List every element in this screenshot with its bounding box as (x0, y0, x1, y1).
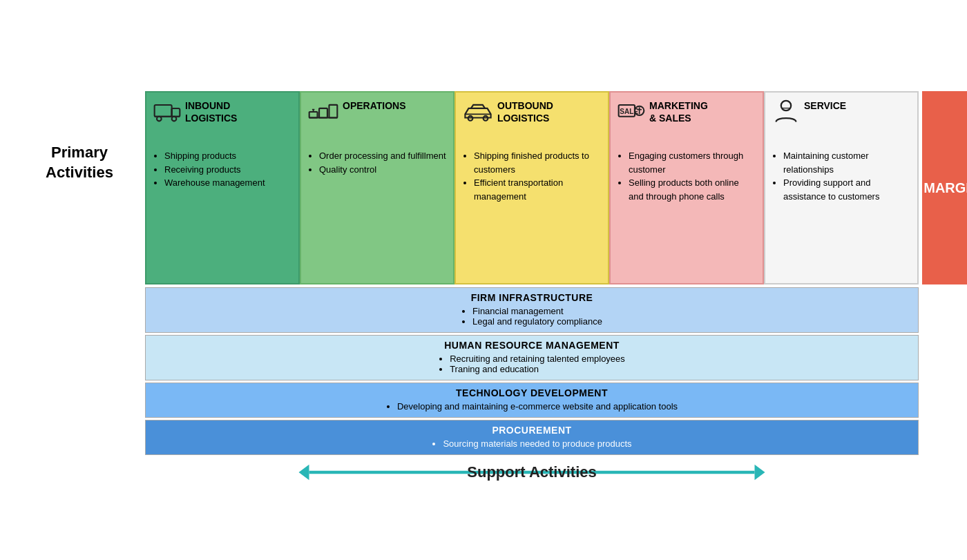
col-operations-header: OPERATIONS (308, 99, 446, 141)
margins-arrow: MARGINS 💰 (919, 91, 967, 284)
support-activities-label: Support Activities (467, 463, 596, 481)
row-hrm: HUMAN RESOURCE MANAGEMENT Recruiting and… (145, 335, 919, 380)
firm-title: FIRM INFRASTRUCTURE (146, 288, 918, 306)
primary-activities-label: Primary Activities (35, 143, 124, 182)
support-activities-section: Support Activities (145, 462, 919, 483)
col-inbound: INBOUND LOGISTICS Shipping products Rece… (145, 91, 300, 284)
list-item: Receiving products (164, 163, 291, 177)
list-item: Shipping finished products to customers (474, 149, 601, 176)
list-item: Financial management (472, 306, 602, 316)
list-item: Warehouse management (164, 176, 291, 190)
main-area: INBOUND LOGISTICS Shipping products Rece… (145, 91, 919, 483)
svg-rect-1 (172, 108, 180, 117)
col-operations-title: OPERATIONS (343, 99, 406, 112)
tech-title: TECHNOLOGY DEVELOPMENT (146, 383, 918, 401)
list-item: Recruiting and retaining talented employ… (450, 354, 625, 364)
col-marketing: SALE MARKETING & SALES Engaging customer… (609, 91, 764, 284)
svg-marker-23 (299, 465, 309, 481)
proc-title: PROCUREMENT (146, 421, 918, 438)
support-section: FIRM INFRASTRUCTURE Financial management… (145, 287, 919, 455)
person-icon (772, 99, 800, 128)
svg-rect-7 (319, 108, 327, 118)
primary-row: INBOUND LOGISTICS Shipping products Rece… (145, 91, 919, 284)
proc-body: Sourcing materials needed to produce pro… (146, 438, 918, 454)
list-item: Traning and education (450, 364, 625, 374)
primary-section: INBOUND LOGISTICS Shipping products Rece… (145, 91, 919, 284)
list-item: Order processing and fulfillment (319, 149, 446, 163)
col-service-title: SERVICE (804, 99, 846, 112)
col-marketing-body: Engaging customers through customer Sell… (617, 149, 756, 203)
list-item: Quality control (319, 163, 446, 177)
row-proc: PROCUREMENT Sourcing materials needed to… (145, 420, 919, 455)
list-item: Maintaining customer relationships (783, 149, 910, 176)
col-service: SERVICE Maintaining customer relationshi… (764, 91, 919, 284)
hrm-title: HUMAN RESOURCE MANAGEMENT (146, 336, 918, 354)
sale-icon: SALE (617, 99, 645, 128)
diagram-wrapper: Primary Activities (35, 64, 932, 496)
list-item: Efficient transportation management (474, 176, 601, 203)
row-firm: FIRM INFRASTRUCTURE Financial management… (145, 287, 919, 333)
list-item: Engaging customers through customer (629, 149, 756, 176)
col-outbound-body: Shipping finished products to customers … (463, 149, 601, 203)
col-outbound: OUTBOUND LOGISTICS Shipping finished pro… (454, 91, 609, 284)
margins-label: MARGINS 💰 (923, 179, 967, 197)
car-icon (463, 99, 493, 128)
col-operations-body: Order processing and fulfillment Quality… (308, 149, 446, 176)
col-inbound-header: INBOUND LOGISTICS (153, 99, 291, 141)
svg-rect-0 (155, 105, 172, 117)
col-service-header: SERVICE (772, 99, 910, 141)
hrm-body: Recruiting and retaining talented employ… (146, 354, 918, 380)
truck-icon (153, 99, 181, 128)
operations-icon (308, 99, 338, 128)
svg-point-20 (781, 101, 791, 110)
col-marketing-title: MARKETING & SALES (649, 99, 708, 124)
svg-rect-8 (329, 105, 337, 118)
col-outbound-title: OUTBOUND LOGISTICS (497, 99, 553, 124)
col-inbound-title: INBOUND LOGISTICS (185, 99, 237, 124)
col-marketing-header: SALE MARKETING & SALES (617, 99, 756, 141)
list-item: Sourcing materials needed to produce pro… (443, 438, 631, 449)
list-item: Selling products both online and through… (629, 176, 756, 203)
col-outbound-header: OUTBOUND LOGISTICS (463, 99, 601, 141)
tech-body: Developing and maintaining e-commerce we… (146, 401, 918, 417)
list-item: Providing support and assistance to cust… (783, 176, 910, 203)
col-service-body: Maintaining customer relationships Provi… (772, 149, 910, 203)
list-item: Shipping products (164, 149, 291, 163)
firm-body: Financial management Legal and regulator… (146, 306, 918, 332)
row-tech: TECHNOLOGY DEVELOPMENT Developing and ma… (145, 383, 919, 418)
list-item: Legal and regulatory compliance (472, 316, 602, 327)
svg-rect-6 (309, 112, 318, 117)
col-inbound-body: Shipping products Receiving products War… (153, 149, 291, 190)
svg-marker-25 (755, 465, 765, 481)
list-item: Developing and maintaining e-commerce we… (397, 401, 678, 412)
col-operations: OPERATIONS Order processing and fulfillm… (300, 91, 454, 284)
